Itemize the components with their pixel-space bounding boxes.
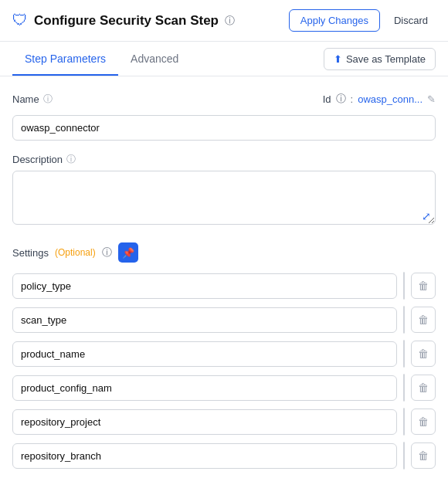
id-info-icon[interactable]: ⓘ bbox=[336, 92, 346, 106]
header: 🛡 Configure Security Scan Step ⓘ Apply C… bbox=[0, 0, 448, 42]
setting-value-1[interactable] bbox=[404, 307, 405, 333]
setting-value-wrapper-3: 📌 bbox=[403, 374, 405, 402]
setting-key-1[interactable] bbox=[12, 307, 397, 333]
table-row: 📌 🗑 bbox=[12, 408, 436, 436]
setting-key-5[interactable] bbox=[12, 443, 397, 469]
tabs: Step Parameters Advanced bbox=[12, 42, 191, 76]
delete-row-3[interactable]: 🗑 bbox=[411, 375, 436, 401]
trash-icon-3: 🗑 bbox=[418, 381, 429, 394]
settings-label-row: Settings (Optional) ⓘ 📌 bbox=[12, 242, 436, 263]
shield-icon: 🛡 bbox=[12, 12, 28, 29]
expand-description-icon[interactable]: ⤢ bbox=[422, 210, 431, 222]
trash-icon-4: 🗑 bbox=[418, 415, 429, 428]
settings-pin-button[interactable]: 📌 bbox=[118, 242, 138, 263]
id-group: Id ⓘ : owasp_conn... ✎ bbox=[323, 92, 436, 106]
setting-value-wrapper-2: 📌 bbox=[403, 340, 405, 368]
save-template-label: Save as Template bbox=[346, 53, 426, 65]
delete-row-4[interactable]: 🗑 bbox=[411, 409, 436, 435]
trash-icon-1: 🗑 bbox=[418, 314, 429, 326]
trash-icon-0: 🗑 bbox=[418, 280, 429, 292]
settings-optional-badge: (Optional) bbox=[55, 247, 96, 258]
table-row: 📌 🗑 bbox=[12, 272, 436, 300]
header-actions: Apply Changes Discard bbox=[289, 9, 436, 32]
delete-row-5[interactable]: 🗑 bbox=[411, 442, 436, 469]
settings-label: Settings bbox=[12, 247, 49, 259]
name-info-icon[interactable]: ⓘ bbox=[43, 93, 53, 106]
description-label: Description ⓘ bbox=[12, 153, 436, 166]
description-info-icon[interactable]: ⓘ bbox=[66, 153, 76, 166]
setting-value-wrapper-0: 📌 bbox=[403, 272, 405, 300]
save-as-template-button[interactable]: ⬆ Save as Template bbox=[324, 48, 436, 70]
setting-value-5[interactable] bbox=[404, 443, 405, 469]
table-row: 📌 🗑 bbox=[12, 442, 436, 470]
table-row: 📌 🗑 bbox=[12, 374, 436, 402]
name-input[interactable] bbox=[12, 115, 436, 141]
header-title: 🛡 Configure Security Scan Step ⓘ bbox=[12, 12, 283, 29]
pin-icon: 📌 bbox=[122, 247, 134, 259]
settings-info-icon[interactable]: ⓘ bbox=[102, 246, 112, 259]
setting-key-3[interactable] bbox=[12, 375, 397, 401]
setting-value-wrapper-5: 📌 bbox=[403, 442, 405, 470]
setting-value-wrapper-4: 📌 bbox=[403, 408, 405, 436]
name-label: Name ⓘ bbox=[12, 93, 53, 106]
id-value: owasp_conn... bbox=[358, 93, 423, 105]
settings-rows: 📌 🗑 📌 🗑 📌 bbox=[12, 272, 436, 470]
tab-advanced[interactable]: Advanced bbox=[118, 42, 191, 76]
trash-icon-5: 🗑 bbox=[418, 449, 429, 462]
setting-value-4[interactable] bbox=[404, 409, 405, 435]
page-title: Configure Security Scan Step bbox=[34, 13, 219, 29]
delete-row-0[interactable]: 🗑 bbox=[411, 273, 436, 299]
setting-key-2[interactable] bbox=[12, 341, 397, 367]
apply-changes-button[interactable]: Apply Changes bbox=[289, 9, 380, 32]
edit-id-icon[interactable]: ✎ bbox=[427, 93, 436, 105]
title-info-icon[interactable]: ⓘ bbox=[225, 14, 235, 28]
delete-row-1[interactable]: 🗑 bbox=[411, 307, 436, 333]
delete-row-2[interactable]: 🗑 bbox=[411, 341, 436, 367]
tab-step-parameters[interactable]: Step Parameters bbox=[12, 42, 118, 76]
tabs-row: Step Parameters Advanced ⬆ Save as Templ… bbox=[0, 42, 448, 76]
setting-value-3[interactable] bbox=[404, 375, 405, 401]
id-label: Id bbox=[323, 93, 331, 105]
table-row: 📌 🗑 bbox=[12, 340, 436, 368]
setting-value-0[interactable] bbox=[404, 273, 405, 299]
upload-icon: ⬆ bbox=[334, 53, 342, 65]
setting-key-4[interactable] bbox=[12, 409, 397, 435]
content: Name ⓘ Id ⓘ : owasp_conn... ✎ Descriptio… bbox=[0, 76, 448, 485]
trash-icon-2: 🗑 bbox=[418, 348, 429, 360]
description-input[interactable] bbox=[12, 171, 436, 225]
discard-button[interactable]: Discard bbox=[386, 10, 436, 31]
setting-value-wrapper-1: 📌 bbox=[403, 306, 405, 334]
table-row: 📌 🗑 bbox=[12, 306, 436, 334]
setting-value-2[interactable] bbox=[404, 341, 405, 367]
setting-key-0[interactable] bbox=[12, 273, 397, 299]
